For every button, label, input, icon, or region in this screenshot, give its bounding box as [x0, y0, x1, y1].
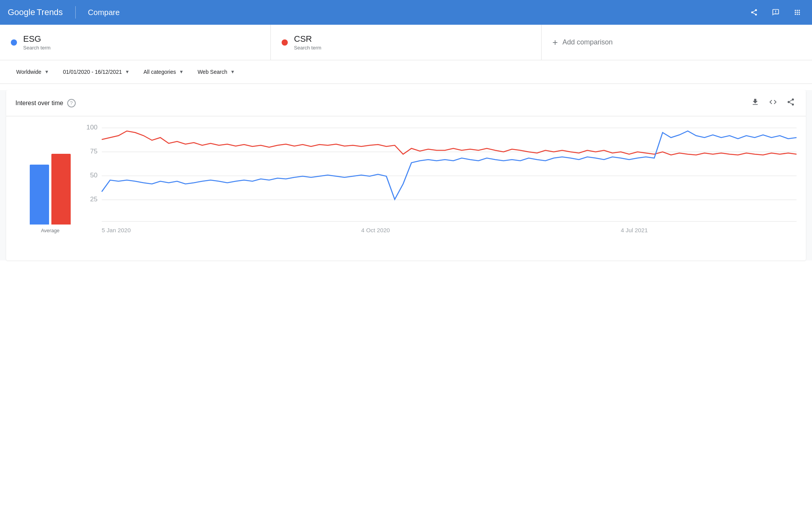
search-type-filter[interactable]: Web Search ▼	[192, 66, 240, 78]
logo-google: Google	[8, 7, 35, 17]
svg-text:25: 25	[90, 196, 97, 203]
category-chevron-icon: ▼	[179, 69, 184, 75]
csr-bar	[51, 154, 71, 225]
bar-chart-container	[30, 124, 71, 225]
google-trends-logo: Google Trends	[8, 7, 63, 17]
apps-icon[interactable]	[790, 5, 804, 19]
share-chart-icon[interactable]	[785, 96, 797, 110]
search-term-csr[interactable]: CSR Search term	[271, 25, 542, 60]
date-range-filter[interactable]: 01/01/2020 - 16/12/2021 ▼	[58, 66, 135, 78]
svg-text:75: 75	[90, 148, 97, 155]
add-comparison-icon: +	[552, 37, 558, 48]
category-label: All categories	[143, 69, 176, 75]
svg-text:4 Jul 2021: 4 Jul 2021	[621, 228, 648, 233]
filters-bar: Worldwide ▼ 01/01/2020 - 16/12/2021 ▼ Al…	[0, 60, 812, 84]
svg-text:5 Jan 2020: 5 Jan 2020	[102, 228, 131, 233]
chart-title-area: Interest over time ?	[15, 99, 76, 107]
line-chart-svg: 100 75 50 25 5 Jan 2020 4 Oct 2020 4 Jul…	[85, 124, 797, 240]
chart-area: Average 100 75 50 25	[6, 116, 806, 260]
region-label: Worldwide	[16, 69, 41, 75]
esg-dot	[11, 39, 17, 46]
chart-sidebar: Average	[15, 124, 85, 249]
search-type-chevron-icon: ▼	[230, 69, 235, 75]
average-label: Average	[41, 228, 59, 233]
region-filter[interactable]: Worldwide ▼	[11, 66, 54, 78]
csr-info: CSR Search term	[294, 34, 321, 51]
esg-info: ESG Search term	[23, 34, 51, 51]
logo-trends: Trends	[37, 7, 63, 17]
header-compare-label: Compare	[88, 8, 120, 17]
help-icon[interactable]: ?	[67, 99, 76, 107]
header-divider	[75, 6, 76, 19]
date-chevron-icon: ▼	[125, 69, 130, 75]
csr-dot	[282, 39, 288, 46]
share-icon[interactable]	[747, 5, 761, 19]
search-terms-bar: ESG Search term CSR Search term + Add co…	[0, 25, 812, 60]
header-left: Google Trends Compare	[8, 6, 120, 19]
embed-icon[interactable]	[767, 96, 779, 110]
svg-text:4 Oct 2020: 4 Oct 2020	[361, 228, 390, 233]
chart-title: Interest over time	[15, 100, 63, 107]
main-content: Interest over time ?	[0, 90, 812, 260]
csr-name: CSR	[294, 34, 321, 44]
chart-header: Interest over time ?	[6, 90, 806, 116]
search-type-label: Web Search	[197, 69, 227, 75]
add-comparison-label: Add comparison	[562, 38, 613, 46]
category-filter[interactable]: All categories ▼	[138, 66, 189, 78]
svg-text:100: 100	[87, 124, 98, 131]
date-range-label: 01/01/2020 - 16/12/2021	[63, 69, 122, 75]
esg-type: Search term	[23, 45, 51, 51]
svg-text:50: 50	[90, 172, 97, 179]
add-comparison-button[interactable]: + Add comparison	[542, 25, 812, 60]
header: Google Trends Compare	[0, 0, 812, 25]
search-term-esg[interactable]: ESG Search term	[0, 25, 271, 60]
esg-bar	[30, 165, 49, 225]
bar-group	[30, 154, 71, 225]
line-chart-container: 100 75 50 25 5 Jan 2020 4 Oct 2020 4 Jul…	[85, 124, 797, 240]
feedback-icon[interactable]	[769, 5, 783, 19]
chart-section: Interest over time ?	[6, 90, 806, 260]
csr-type: Search term	[294, 45, 321, 51]
chart-actions	[749, 96, 797, 110]
esg-name: ESG	[23, 34, 51, 44]
region-chevron-icon: ▼	[44, 69, 49, 75]
header-right	[747, 5, 804, 19]
download-icon[interactable]	[749, 96, 761, 110]
